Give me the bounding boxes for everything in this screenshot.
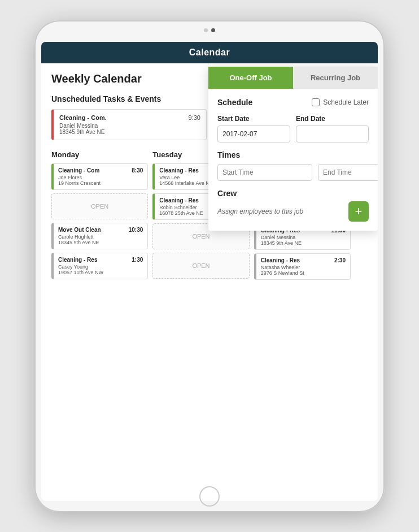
job-title: Cleaning - Res — [58, 257, 97, 263]
schedule-later-checkbox[interactable] — [312, 98, 320, 106]
tablet-home-button[interactable] — [199, 486, 220, 507]
end-date-input[interactable] — [296, 126, 369, 142]
job-address: 18345 9th Ave NE — [261, 240, 346, 246]
end-date-col: End Date — [296, 115, 369, 142]
day-title: Monday — [51, 150, 148, 159]
job-title: Cleaning - Res — [159, 197, 198, 204]
tab-recurring-job[interactable]: Recurring Job — [293, 67, 378, 89]
end-time-input[interactable] — [318, 164, 378, 181]
crew-label: Crew — [217, 189, 369, 198]
job-person: Joe Flores — [58, 175, 143, 180]
tab-one-off-job[interactable]: One-Off Job — [208, 67, 293, 89]
job-title: Cleaning - Res — [261, 257, 300, 263]
schedule-later-group: Schedule Later — [312, 98, 369, 106]
job-address: 2976 S Newland St — [261, 270, 346, 276]
job-time: 8:30 — [132, 167, 143, 174]
end-date-label: End Date — [296, 115, 369, 123]
job-card-header: Move Out Clean 10:30 — [58, 227, 143, 233]
schedule-later-label: Schedule Later — [323, 98, 369, 106]
job-person: Natasha Wheeler — [261, 265, 346, 270]
tab-recurring-label: Recurring Job — [311, 73, 360, 82]
day-cards: Cleaning - Com 8:30 Joe Flores 19 Norris… — [51, 163, 148, 279]
crew-row: Assign employees to this job + — [217, 201, 369, 222]
job-title: Cleaning - Com — [58, 167, 99, 174]
job-address: 18345 9th Ave NE — [58, 240, 143, 245]
card-address: 18345 9th Ave NE — [59, 129, 200, 135]
dot-inactive — [204, 28, 208, 32]
job-address: 19057 11th Ave NW — [58, 270, 143, 275]
start-date-input[interactable] — [217, 126, 290, 142]
job-card[interactable]: Cleaning - Com 8:30 Joe Flores 19 Norris… — [51, 163, 148, 190]
job-time: 1:30 — [132, 257, 143, 263]
tablet-dots — [204, 28, 215, 32]
start-time-input[interactable] — [217, 164, 312, 181]
date-row: Start Date End Date — [217, 115, 369, 142]
job-card-header: Cleaning - Com 8:30 — [58, 167, 143, 174]
crew-assign-label: Assign employees to this job — [217, 207, 303, 215]
job-person: Carole Hughlett — [58, 234, 143, 240]
open-slot[interactable]: OPEN — [152, 253, 249, 279]
card-title: Cleaning - Com. — [59, 114, 107, 121]
tablet-screen: Calendar Weekly Calendar Unscheduled Tas… — [41, 42, 378, 501]
job-card[interactable]: Cleaning - Res 2:30 Natasha Wheeler 2976… — [254, 253, 351, 280]
schedule-label: Schedule — [217, 98, 252, 107]
panel-tabs: One-Off Job Recurring Job — [208, 67, 378, 89]
plus-icon: + — [355, 204, 363, 219]
tablet: Calendar Weekly Calendar Unscheduled Tas… — [34, 20, 385, 512]
job-time: 10:30 — [129, 227, 143, 233]
card-time: 9:30 — [189, 114, 200, 121]
job-address: 19 Norris Crescent — [58, 180, 143, 186]
calendar-title: Calendar — [189, 47, 230, 57]
job-card[interactable]: Cleaning - Res 1:30 Casey Young 19057 11… — [51, 253, 148, 279]
unscheduled-card[interactable]: Cleaning - Com. 9:30 Daniel Messina 1834… — [51, 109, 207, 140]
calendar-header: Calendar — [41, 42, 378, 63]
card-person: Daniel Messina — [59, 123, 200, 129]
job-person: Casey Young — [58, 264, 143, 270]
crew-add-button[interactable]: + — [348, 201, 369, 222]
job-time: 2:30 — [334, 257, 346, 263]
day-monday: Monday Cleaning - Com 8:30 Joe Flores 19… — [51, 150, 148, 280]
job-title: Cleaning - Res — [159, 167, 198, 174]
job-person: Daniel Messina — [261, 235, 346, 240]
tab-one-off-label: One-Off Job — [229, 73, 272, 82]
times-row — [217, 164, 369, 181]
open-slot[interactable]: OPEN — [51, 193, 148, 219]
dot-active — [211, 28, 215, 32]
job-card-header: Cleaning - Res 1:30 — [58, 257, 143, 263]
card-header: Cleaning - Com. 9:30 — [59, 114, 200, 121]
panel-body: Schedule Schedule Later Start Date End D… — [208, 89, 378, 231]
job-title: Move Out Clean — [58, 227, 101, 233]
times-label: Times — [217, 150, 369, 159]
start-date-label: Start Date — [217, 115, 290, 123]
schedule-row: Schedule Schedule Later — [217, 98, 369, 107]
start-date-col: Start Date — [217, 115, 290, 142]
job-card[interactable]: Move Out Clean 10:30 Carole Hughlett 183… — [51, 223, 148, 249]
job-card-header: Cleaning - Res 2:30 — [261, 257, 346, 263]
job-panel: One-Off Job Recurring Job Schedule Sched… — [208, 67, 378, 231]
